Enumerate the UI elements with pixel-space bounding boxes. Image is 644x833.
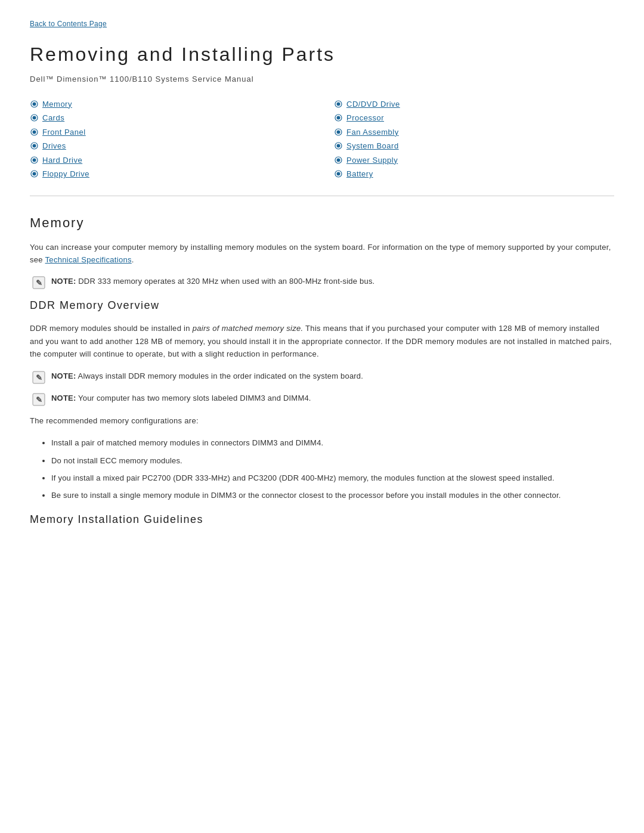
toc-left-column: Memory Cards Front Panel <box>30 97 310 181</box>
back-to-contents-link[interactable]: Back to Contents Page <box>30 18 107 29</box>
svg-point-9 <box>32 158 36 162</box>
installation-section-title: Memory Installation Guidelines <box>30 512 614 528</box>
technical-specs-link[interactable]: Technical Specifications <box>45 255 132 264</box>
svg-text:✎: ✎ <box>36 373 42 382</box>
toc-item-fan-assembly: Fan Assembly <box>334 125 614 140</box>
ddr-note-2-text: NOTE: Your computer has two memory slots… <box>51 392 311 404</box>
toc-bullet-icon <box>30 114 38 122</box>
list-item: Install a pair of matched memory modules… <box>51 436 614 449</box>
ddr-section-title: DDR Memory Overview <box>30 298 614 314</box>
toc-item-processor: Processor <box>334 111 614 125</box>
svg-point-17 <box>336 130 340 134</box>
recommended-config-list: Install a pair of matched memory modules… <box>30 436 614 502</box>
section-divider <box>30 196 614 196</box>
ddr-body-text: DDR memory modules should be installed i… <box>30 322 614 360</box>
toc-bullet-icon <box>334 128 342 136</box>
svg-point-3 <box>32 116 36 120</box>
svg-point-19 <box>336 144 340 148</box>
toc-right-column: CD/DVD Drive Processor Fan Assembly <box>334 97 614 181</box>
svg-point-13 <box>336 102 340 106</box>
toc-item-memory: Memory <box>30 97 310 112</box>
svg-text:✎: ✎ <box>36 395 42 404</box>
toc-link-memory[interactable]: Memory <box>42 98 72 110</box>
svg-point-15 <box>336 116 340 120</box>
ddr-note-1: ✎ NOTE: Always install DDR memory module… <box>30 370 614 384</box>
list-item: If you install a mixed pair PC2700 (DDR … <box>51 472 614 484</box>
toc-item-system-board: System Board <box>334 139 614 153</box>
toc-bullet-icon <box>334 100 342 108</box>
toc-link-system-board[interactable]: System Board <box>346 140 399 152</box>
toc-item-front-panel: Front Panel <box>30 125 310 140</box>
toc-bullet-icon <box>30 100 38 108</box>
toc-link-power-supply[interactable]: Power Supply <box>346 154 398 166</box>
memory-section-title: Memory <box>30 213 614 233</box>
toc-item-drives: Drives <box>30 139 310 153</box>
toc-link-cards[interactable]: Cards <box>42 112 64 124</box>
page-title: Removing and Installing Parts <box>30 40 614 69</box>
svg-point-7 <box>32 144 36 148</box>
svg-point-23 <box>336 172 340 176</box>
toc-link-fan-assembly[interactable]: Fan Assembly <box>346 126 399 138</box>
toc-item-hard-drive: Hard Drive <box>30 153 310 168</box>
toc-bullet-icon <box>30 170 38 178</box>
list-item: Be sure to install a single memory modul… <box>51 489 614 501</box>
toc-link-front-panel[interactable]: Front Panel <box>42 126 86 138</box>
ddr-note-2: ✎ NOTE: Your computer has two memory slo… <box>30 392 614 406</box>
svg-point-5 <box>32 130 36 134</box>
note-icon: ✎ <box>32 393 45 406</box>
ddr-note-1-text: NOTE: Always install DDR memory modules … <box>51 370 363 382</box>
memory-note-1: ✎ NOTE: DDR 333 memory operates at 320 M… <box>30 275 614 289</box>
toc-link-hard-drive[interactable]: Hard Drive <box>42 154 82 166</box>
note-icon: ✎ <box>32 276 45 289</box>
toc-link-drives[interactable]: Drives <box>42 140 66 152</box>
toc-item-cards: Cards <box>30 111 310 125</box>
toc-link-battery[interactable]: Battery <box>346 168 373 180</box>
svg-text:✎: ✎ <box>36 278 42 287</box>
svg-point-1 <box>32 102 36 106</box>
svg-point-11 <box>32 172 36 176</box>
toc-bullet-icon <box>334 142 342 150</box>
recommended-config-text: The recommended memory configurations ar… <box>30 414 614 427</box>
toc-item-power-supply: Power Supply <box>334 153 614 168</box>
toc-bullet-icon <box>30 142 38 150</box>
toc-bullet-icon <box>334 114 342 122</box>
page-subtitle: Dell™ Dimension™ 1100/B110 Systems Servi… <box>30 73 614 85</box>
toc-item-cd-dvd: CD/DVD Drive <box>334 97 614 112</box>
list-item: Do not install ECC memory modules. <box>51 454 614 467</box>
toc-link-cd-dvd[interactable]: CD/DVD Drive <box>346 98 400 110</box>
memory-note-1-text: NOTE: DDR 333 memory operates at 320 MHz… <box>51 275 374 287</box>
toc-bullet-icon <box>30 156 38 164</box>
table-of-contents: Memory Cards Front Panel <box>30 97 614 181</box>
toc-bullet-icon <box>334 170 342 178</box>
svg-point-21 <box>336 158 340 162</box>
toc-item-floppy-drive: Floppy Drive <box>30 167 310 181</box>
toc-link-floppy-drive[interactable]: Floppy Drive <box>42 168 89 180</box>
toc-bullet-icon <box>30 128 38 136</box>
note-icon: ✎ <box>32 371 45 384</box>
memory-intro-text: You can increase your computer memory by… <box>30 241 614 267</box>
toc-bullet-icon <box>334 156 342 164</box>
toc-item-battery: Battery <box>334 167 614 181</box>
toc-link-processor[interactable]: Processor <box>346 112 384 124</box>
